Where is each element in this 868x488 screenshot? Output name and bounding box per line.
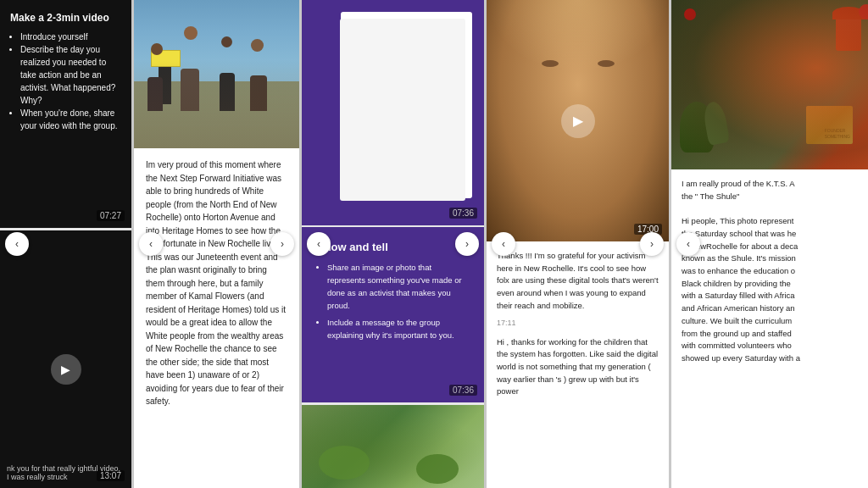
timestamp-1: 17:11 [497,318,659,330]
bottom-image [302,405,484,488]
slide-show-tell: Show and tell Share an image or photo th… [302,227,484,402]
text-block-2: Hi , thanks for working for the children… [497,336,659,399]
prev-arrow-col2[interactable]: ‹ [139,232,163,256]
column-4: ‹ › ▶ 17:00 Thanks !!! I'm so grateful f… [487,0,669,488]
slide-list: Share an image or photo that represents … [317,262,469,341]
list-item: Include a message to the group explainin… [327,317,469,341]
slide-video-prompt: Make a 2-3min video Introduce yourself D… [0,0,131,228]
play-button[interactable]: ▶ [51,354,81,385]
next-arrow-col4[interactable]: › [640,232,664,256]
trophy-bg: FOUNDERSOMETHING [671,0,868,169]
carousel: ‹ Make a 2-3min video Introduce yourself… [0,0,868,488]
bottom-caption: nk you for that really ightful video, I … [7,464,125,481]
person4 [250,75,267,111]
next-arrow-col3[interactable]: › [455,232,479,256]
prev-arrow-col3[interactable]: ‹ [307,232,331,256]
column-3: ‹ › Wednesday Making progress 07:36 Show… [302,0,484,488]
list-item: Share an image or photo that represents … [327,262,469,312]
slide-title: Make a 2-3min video [10,12,121,24]
head1 [151,43,163,55]
sky [134,0,299,81]
column2-text: Im very proud of this moment where the N… [134,148,299,419]
slide-list: Introduce yourself Describe the day you … [10,30,121,132]
prev-arrow-col5[interactable]: ‹ [676,232,700,256]
lights [487,0,669,73]
person2 [181,69,199,111]
ground [134,81,299,148]
timestamp: 07:36 [449,385,477,396]
protest-image [134,0,299,148]
column-2: ‹ › Im very proud of t [134,0,299,488]
protest-photo [134,0,299,148]
leaf1 [319,446,370,480]
leaf2 [416,454,459,484]
overlay [671,0,868,169]
slide-wednesday: Wednesday Making progress 07:36 [302,0,484,225]
play-button[interactable]: ▶ [561,104,595,138]
col4-text: Thanks !!! I'm so grateful for your acti… [487,241,669,488]
person3 [220,73,235,111]
slide-video-bottom: ▶ 13:07 nk you for that really ightful v… [0,230,131,488]
sign-pole [159,53,171,104]
column-1: ‹ Make a 2-3min video Introduce yourself… [0,0,131,488]
head2 [184,26,198,40]
white-card-back [340,19,465,201]
next-arrow-col2[interactable]: › [270,232,294,256]
timestamp: 07:36 [449,208,477,219]
col5-text: I am really proud of the K.T.S. A the " … [671,169,868,488]
prev-arrow-col4[interactable]: ‹ [492,232,515,256]
list-item: Introduce yourself [20,30,121,43]
text-block-1: Thanks !!! I'm so grateful for your acti… [497,250,659,313]
prev-arrow-col1[interactable]: ‹ [5,232,29,256]
column-5: ‹ FOUNDERSOMETHING I am really proud of … [671,0,868,488]
trophy-image: FOUNDERSOMETHING [671,0,868,169]
face-video: ▶ 17:00 [487,0,669,241]
list-item: Describe the day you realized you needed… [20,43,121,107]
person1 [147,77,163,111]
timestamp: 07:27 [97,210,125,221]
slide-title: Show and tell [317,241,469,253]
list-item: When you're done, share your video with … [20,107,121,132]
